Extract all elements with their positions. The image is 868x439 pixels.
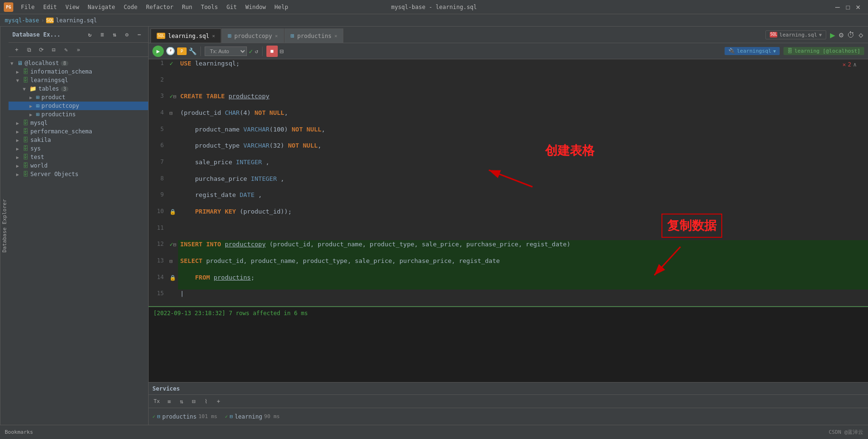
- line-content-4[interactable]: (product_id CHAR(4) NOT NULL,: [178, 109, 868, 125]
- tree-item-information-schema[interactable]: ▶ 🗄 information_schema: [9, 67, 148, 76]
- expand-productcopy[interactable]: ▶: [29, 103, 34, 109]
- tree-item-learningsql[interactable]: ▼ 🗄 learningsql: [9, 76, 148, 84]
- line-content-11[interactable]: [178, 224, 868, 241]
- menu-window[interactable]: Window: [242, 3, 270, 11]
- filter-icon[interactable]: ≡: [97, 29, 107, 40]
- copy-db-icon[interactable]: ⧉: [24, 45, 34, 55]
- tree-item-world[interactable]: ▶ 🗄 world: [9, 161, 148, 170]
- line-content-12[interactable]: INSERT INTO productcopy (product_id, pro…: [178, 240, 868, 257]
- menu-bar[interactable]: File Edit View Navigate Code Refactor Ru…: [17, 3, 292, 11]
- menu-file[interactable]: File: [17, 3, 38, 11]
- breadcrumb-item-2[interactable]: learning.sql: [56, 17, 97, 24]
- clock-icon[interactable]: 🕐: [166, 47, 175, 56]
- tx-selector[interactable]: Tx: Auto Tx: Manual: [205, 47, 247, 56]
- expand-sys[interactable]: ▶: [16, 146, 21, 151]
- menu-tools[interactable]: Tools: [197, 3, 222, 11]
- sort-icon[interactable]: ⇅: [109, 29, 120, 40]
- services-wave-icon[interactable]: ⌇: [201, 396, 211, 407]
- global-debug-button[interactable]: ⚙: [839, 30, 844, 39]
- fold-icon-13[interactable]: ⊟: [170, 258, 173, 264]
- fold-icon-12[interactable]: ⊟: [173, 242, 177, 248]
- service-item-productins[interactable]: ✓ ⊟ productins 101 ms: [152, 413, 217, 420]
- expand-test[interactable]: ▶: [16, 155, 21, 160]
- services-add-icon[interactable]: +: [213, 396, 224, 407]
- global-profile-button[interactable]: ⏱: [847, 30, 855, 39]
- tree-item-productcopy[interactable]: ▶ ⊞ productcopy: [9, 102, 148, 110]
- explain-icon[interactable]: P: [177, 47, 187, 55]
- run-button[interactable]: ▶: [152, 46, 164, 57]
- settings-icon[interactable]: ⚙: [122, 29, 132, 40]
- maximize-button[interactable]: ☐: [846, 2, 850, 11]
- fold-icon-3[interactable]: ⊟: [173, 93, 177, 100]
- tree-item-localhost[interactable]: ▼ 🖥 @localhost 8: [9, 59, 148, 67]
- tab-close-productins[interactable]: ✕: [334, 33, 337, 38]
- fold-icon-4[interactable]: ⊟: [170, 110, 173, 116]
- menu-run[interactable]: Run: [178, 3, 196, 11]
- line-content-3[interactable]: CREATE TABLE productcopy: [178, 92, 868, 109]
- tab-close-productcopy[interactable]: ✕: [275, 33, 278, 38]
- line-content-8[interactable]: purchase_price INTEGER ,: [178, 175, 868, 191]
- menu-code[interactable]: Code: [120, 3, 142, 11]
- menu-git[interactable]: Git: [223, 3, 241, 11]
- stop-button[interactable]: ■: [266, 46, 278, 57]
- refresh-icon[interactable]: ↻: [85, 29, 95, 40]
- connection-badge[interactable]: 🔌 learningsql ▼: [725, 47, 780, 55]
- menu-navigate[interactable]: Navigate: [84, 3, 119, 11]
- sync-icon[interactable]: ⟳: [36, 45, 47, 55]
- service-item-learning[interactable]: ✓ ⊟ learning 90 ms: [225, 413, 280, 420]
- expand-perf-schema[interactable]: ▶: [16, 129, 21, 134]
- menu-edit[interactable]: Edit: [39, 3, 61, 11]
- menu-help[interactable]: Help: [271, 3, 292, 11]
- menu-refactor[interactable]: Refactor: [142, 3, 177, 11]
- line-content-1[interactable]: USE learningsql;: [178, 59, 868, 76]
- line-content-9[interactable]: regist_date DATE ,: [178, 191, 868, 207]
- line-content-15[interactable]: |: [178, 290, 868, 306]
- tree-item-sakila[interactable]: ▶ 🗄 sakila: [9, 136, 148, 144]
- close-button[interactable]: ✕: [856, 2, 860, 11]
- rollback-icon[interactable]: ↺: [255, 48, 258, 55]
- expand-sakila[interactable]: ▶: [16, 138, 21, 143]
- expand-world[interactable]: ▶: [16, 163, 21, 168]
- minus-icon[interactable]: −: [134, 29, 144, 40]
- tree-item-product[interactable]: ▶ ⊞ product: [9, 93, 148, 102]
- line-content-5[interactable]: product_name VARCHAR(100) NOT NULL,: [178, 125, 868, 142]
- tree-item-tables[interactable]: ▼ 📁 tables 3: [9, 84, 148, 93]
- tab-productins[interactable]: ⊞ productins ✕: [284, 28, 343, 43]
- expand-info-schema[interactable]: ▶: [16, 69, 21, 75]
- tree-item-perf-schema[interactable]: ▶ 🗄 performance_schema: [9, 127, 148, 136]
- expand-mysql[interactable]: ▶: [16, 121, 21, 126]
- line-content-13[interactable]: SELECT product_id, product_name, product…: [178, 257, 868, 273]
- edit-icon[interactable]: ✎: [61, 45, 71, 55]
- expand-tables[interactable]: ▼: [23, 86, 28, 92]
- tree-item-sys[interactable]: ▶ 🗄 sys: [9, 144, 148, 153]
- global-run-button[interactable]: ▶: [830, 30, 835, 40]
- commit-icon[interactable]: ✓: [249, 47, 253, 55]
- menu-view[interactable]: View: [62, 3, 83, 11]
- services-grid-icon[interactable]: ⊟: [189, 396, 199, 407]
- line-content-2[interactable]: [178, 76, 868, 93]
- tree-item-mysql[interactable]: ▶ 🗄 mysql: [9, 119, 148, 127]
- tree-filter-icon[interactable]: ⊟: [48, 45, 59, 55]
- tree-item-server-objects[interactable]: ▶ 🗄 Server Objects: [9, 170, 148, 178]
- file-selector[interactable]: SQL learning.sql ▼: [765, 30, 826, 39]
- minimize-button[interactable]: —: [835, 2, 840, 11]
- line-content-7[interactable]: sale_price INTEGER ,: [178, 158, 868, 175]
- tab-productcopy[interactable]: ⊞ productcopy ✕: [222, 28, 284, 43]
- services-align-icon[interactable]: ≡: [164, 396, 174, 407]
- tab-learning-sql[interactable]: SQL learning.sql ✕: [151, 28, 221, 43]
- expand-productins[interactable]: ▶: [29, 112, 34, 117]
- line-content-14[interactable]: FROM productins;: [178, 273, 868, 290]
- expand-server-objects[interactable]: ▶: [16, 172, 21, 177]
- tree-item-productins[interactable]: ▶ ⊞ productins: [9, 110, 148, 119]
- format-icon[interactable]: ⊟: [280, 47, 283, 55]
- expand-product[interactable]: ▶: [29, 95, 34, 100]
- global-coverage-button[interactable]: ◇: [859, 30, 863, 39]
- db-explorer-label[interactable]: Database Explorer: [0, 27, 9, 425]
- breadcrumb-item-1[interactable]: mysql-base: [5, 17, 39, 24]
- wrench-icon[interactable]: 🔧: [189, 47, 197, 55]
- services-sort-icon[interactable]: ⇅: [176, 396, 187, 407]
- line-content-10[interactable]: PRIMARY KEY (product_id));: [178, 207, 868, 224]
- tab-close-learning[interactable]: ✕: [212, 33, 215, 38]
- line-content-6[interactable]: product_type VARCHAR(32) NOT NULL,: [178, 141, 868, 158]
- add-db-icon[interactable]: +: [11, 45, 22, 55]
